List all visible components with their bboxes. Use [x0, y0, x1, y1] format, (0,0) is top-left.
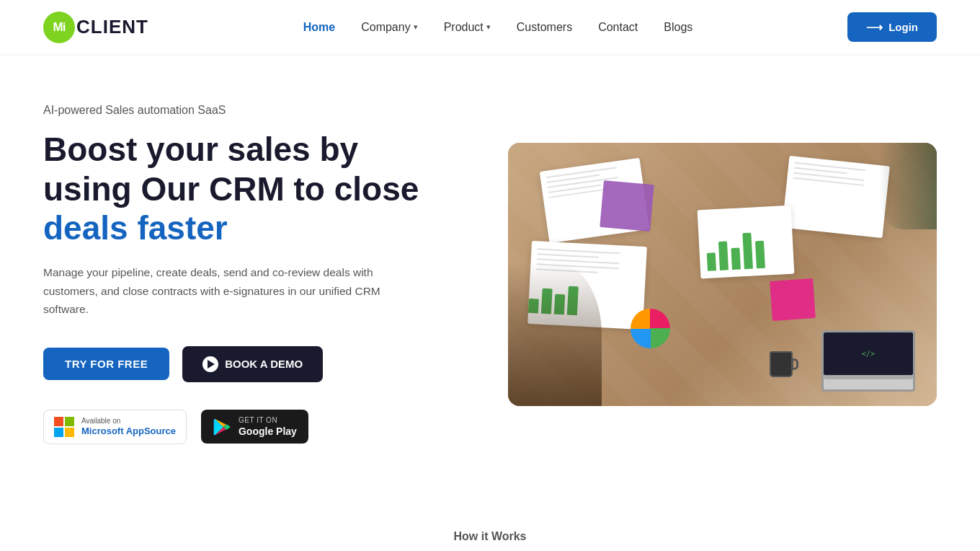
nav-item-blogs[interactable]: Blogs [664, 21, 692, 34]
try-for-free-button[interactable]: TRY FOR FREE [43, 348, 169, 380]
hero-title: Boost your sales by using Our CRM to clo… [43, 130, 432, 247]
google-play-badge[interactable]: GET IT ON Google Play [201, 410, 308, 444]
ms-badge-text: Available on Microsoft AppSource [81, 416, 176, 438]
logo-icon: Mi [43, 12, 75, 43]
desk-scene: </> [508, 143, 937, 406]
login-button[interactable]: ⟶ Login [847, 12, 937, 42]
paper-doc-3 [782, 155, 890, 237]
how-it-works-section: How it Works AI powered deal closure [0, 487, 980, 551]
section-label: How it Works [43, 530, 937, 543]
hero-subtitle: AI-powered Sales automation SaaS [43, 104, 432, 117]
logo-text: CLIENT [76, 16, 148, 38]
login-icon: ⟶ [866, 20, 883, 34]
play-icon [202, 356, 218, 372]
nav-link-company[interactable]: Company [361, 21, 410, 34]
person-silhouette-1 [508, 262, 602, 406]
paper-chart [698, 205, 795, 278]
hero-image: </> [508, 143, 937, 406]
nav-item-home[interactable]: Home [303, 21, 335, 34]
sticky-note-purple [600, 180, 654, 232]
nav-link-contact[interactable]: Contact [598, 21, 638, 33]
hero-illustration: </> [508, 143, 937, 406]
gp-badge-text: GET IT ON Google Play [239, 415, 297, 438]
logo[interactable]: Mi CLIENT [43, 12, 148, 43]
pie-chart [631, 309, 670, 348]
hero-buttons: TRY FOR FREE BOOK A DEMO [43, 346, 432, 382]
hero-section: AI-powered Sales automation SaaS Boost y… [0, 54, 980, 487]
nav-link-customers[interactable]: Customers [517, 21, 572, 33]
play-triangle [208, 360, 215, 369]
coffee-mug [770, 351, 793, 377]
person-silhouette-2 [879, 143, 937, 229]
microsoft-appsource-badge[interactable]: Available on Microsoft AppSource [43, 410, 187, 444]
nav-item-company[interactable]: Company ▾ [361, 21, 417, 34]
nav-item-product[interactable]: Product ▾ [444, 21, 491, 34]
nav-links: Home Company ▾ Product ▾ Customers Conta… [303, 21, 693, 34]
nav-link-home[interactable]: Home [303, 21, 335, 33]
app-badges: Available on Microsoft AppSource [43, 410, 432, 444]
chevron-down-icon: ▾ [414, 22, 418, 32]
google-play-icon [213, 418, 231, 436]
microsoft-icon [54, 417, 74, 437]
sticky-note-pink [770, 278, 816, 320]
nav-link-product[interactable]: Product [444, 21, 484, 34]
navbar: Mi CLIENT Home Company ▾ Product ▾ Custo… [0, 0, 980, 54]
nav-item-contact[interactable]: Contact [598, 21, 638, 34]
laptop: </> [821, 330, 915, 392]
hero-title-highlight: deals faster [43, 208, 432, 247]
book-demo-button[interactable]: BOOK A DEMO [182, 346, 323, 382]
nav-item-customers[interactable]: Customers [517, 21, 572, 34]
hero-description: Manage your pipeline, create deals, send… [43, 263, 382, 319]
chevron-down-icon: ▾ [486, 22, 491, 32]
hero-content: AI-powered Sales automation SaaS Boost y… [43, 104, 432, 444]
nav-link-blogs[interactable]: Blogs [664, 21, 692, 33]
